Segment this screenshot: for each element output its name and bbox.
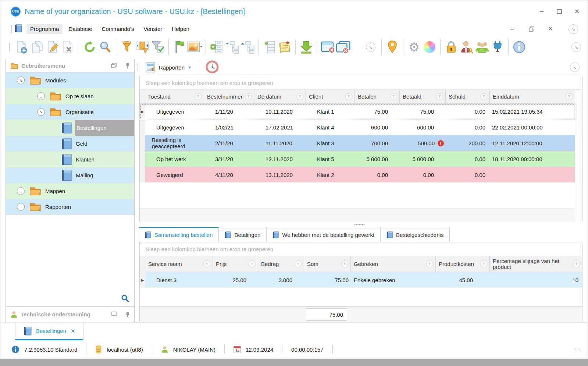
tree-node-op-te-slaan[interactable]: → Op te slaan [6, 88, 134, 104]
order-row[interactable]: ▶ Geweigerd 4/11/20 13.11.2020 Klant 2 0… [140, 167, 575, 183]
settings-gear-icon[interactable]: ⚙ [406, 39, 422, 56]
tree-node-modules[interactable]: ↘ Modules [6, 72, 134, 88]
menubar-overflow-icon[interactable]: ↘ [569, 24, 578, 34]
color-wheel-icon[interactable] [422, 39, 437, 56]
tree-node-klanten[interactable]: Klanten [6, 152, 134, 167]
order-row[interactable]: ▶ Uitgegeven 1/11/20 10.11.2020 Klant 1 … [140, 104, 575, 120]
toolbar-overflow-right-icon[interactable]: ↘ [571, 42, 581, 52]
column-filter-icon[interactable] [341, 260, 348, 267]
column-filter-icon[interactable] [195, 93, 202, 100]
mdi-tab-bestellingen[interactable]: Bestellingen ✕ [15, 323, 83, 340]
column-filter-icon[interactable] [203, 260, 210, 267]
column-header-bestelnummer[interactable]: Bestelnummer [204, 90, 254, 103]
menu-database[interactable]: Database [65, 24, 96, 34]
lock-icon[interactable] [443, 39, 459, 56]
copy-document-icon[interactable] [29, 39, 45, 56]
column-filter-icon[interactable] [245, 93, 252, 100]
collapse-tree-icon[interactable] [224, 39, 240, 56]
add-row-icon[interactable] [261, 39, 277, 56]
plugin-icon[interactable] [490, 39, 505, 56]
user-group-icon[interactable] [474, 39, 490, 56]
pin-icon[interactable] [125, 312, 130, 317]
tab-samenstelling-bestellen[interactable]: Samenstelling bestellen [139, 227, 219, 242]
expand-node-icon[interactable]: → [17, 203, 25, 211]
horizontal-splitter[interactable]: ••••••• [137, 222, 582, 227]
services-group-panel[interactable]: Sleep een kolomkop hierheen om erop te g… [140, 242, 582, 256]
column-filter-icon[interactable] [426, 260, 433, 267]
report-bar-overflow-icon[interactable]: ↘ [570, 63, 580, 72]
column-filter-icon[interactable] [295, 260, 302, 267]
filter-confirm-icon[interactable] [150, 39, 165, 56]
collapse-node-icon[interactable]: ↘ [37, 108, 45, 116]
restore-panel-icon[interactable] [111, 63, 117, 68]
column-header-prijs[interactable]: Prijs [213, 256, 258, 272]
column-header-productkosten[interactable]: Productkosten [436, 256, 490, 272]
tree-node-mappen[interactable]: → Mappen [6, 183, 134, 199]
column-header-service-naam[interactable]: Service naam [145, 256, 213, 272]
column-header-betaald[interactable]: Betaald [400, 90, 446, 103]
expand-node-icon[interactable]: → [37, 92, 45, 100]
column-header-betalen[interactable]: Betalen [355, 90, 400, 103]
column-filter-icon[interactable] [573, 260, 580, 267]
column-filter-icon[interactable] [436, 93, 443, 100]
edit-document-icon[interactable] [45, 39, 60, 56]
menu-commandos[interactable]: Commando's [98, 24, 138, 34]
minimize-icon[interactable]: – [538, 7, 546, 15]
rapporten-button[interactable]: Rapporten ▼ [142, 60, 195, 74]
minimize-panel-icon[interactable] [111, 312, 117, 316]
mdi-minimize-icon[interactable]: – [508, 25, 516, 33]
column-header-gebreken[interactable]: Gebreken [351, 256, 436, 272]
user-key-icon[interactable] [459, 39, 474, 56]
support-panel-header[interactable]: Technische ondersteuning [6, 306, 134, 322]
refresh-icon[interactable] [82, 39, 97, 56]
tab-betalingen[interactable]: Betalingen [219, 227, 267, 242]
tree-node-organisatie[interactable]: ↘ Organisatie [6, 104, 134, 120]
tree-node-bestellingen-selected[interactable]: Bestellingen [6, 120, 134, 136]
info-icon[interactable] [512, 39, 527, 56]
column-filter-icon[interactable] [390, 93, 397, 100]
toolbar-grip[interactable] [9, 43, 11, 51]
tab-close-icon[interactable]: ✕ [71, 328, 75, 334]
column-header-som[interactable]: Som [304, 256, 351, 272]
expand-node-icon[interactable]: → [17, 187, 25, 195]
delete-document-icon[interactable] [60, 39, 76, 56]
search-icon[interactable] [97, 39, 113, 56]
notes-icon[interactable] [277, 39, 292, 56]
add-group-icon[interactable] [209, 39, 224, 56]
mdi-close-icon[interactable]: ✕ [546, 25, 555, 33]
tab-we-hebben-met-de-bestelling-gewerkt[interactable]: We hebben met de bestelling gewerkt [267, 227, 381, 242]
menu-venster[interactable]: Venster [140, 24, 166, 34]
flag-icon[interactable] [172, 39, 187, 56]
column-header-bedrag[interactable]: Bedrag [258, 256, 304, 272]
column-header-toestand[interactable]: Toestand [145, 90, 204, 103]
close-window-icon[interactable] [320, 39, 336, 56]
service-row[interactable]: ▶ Dienst 3 25.00 3.000 75.00 Enkele gebr… [140, 272, 582, 288]
tab-bestelgeschiedenis[interactable]: Bestelgeschiedenis [381, 227, 450, 242]
filter-columns-icon[interactable] [135, 39, 150, 56]
collapse-node-icon[interactable]: ↘ [17, 77, 25, 84]
order-row[interactable]: ▶ Uitgegeven 1/02/21 17.02.2021 Klant 4 … [140, 120, 575, 135]
toolbar-grip[interactable] [138, 63, 139, 71]
vertical-scrollbar[interactable] [575, 90, 582, 222]
column-filter-icon[interactable] [566, 93, 573, 100]
column-filter-icon[interactable] [480, 260, 487, 267]
location-pin-icon[interactable] [385, 39, 400, 56]
resize-grip[interactable]: ⋮⋱ [573, 347, 582, 352]
tree-search-icon[interactable] [121, 294, 129, 303]
close-icon[interactable]: ✕ [573, 7, 581, 15]
pin-icon[interactable] [125, 63, 130, 68]
column-filter-icon[interactable] [249, 260, 256, 267]
order-row[interactable]: ▶ Op het werk 3/11/20 12.11.2020 Klant 5… [140, 151, 575, 167]
column-header-client[interactable]: Cliënt [306, 90, 355, 103]
column-filter-icon[interactable] [480, 93, 487, 100]
clock-icon[interactable] [205, 60, 219, 75]
menu-programma[interactable]: Programma [26, 24, 63, 34]
filter-icon[interactable] [119, 39, 135, 56]
tree-node-geld[interactable]: Geld [6, 136, 134, 152]
column-filter-icon[interactable] [296, 93, 303, 100]
order-row[interactable]: ▶ Bestelling is geaccepteerd 2/11/20 11.… [140, 135, 575, 151]
new-document-icon[interactable] [14, 39, 29, 56]
orders-group-panel[interactable]: Sleep een kolomkop hierheen om erop te g… [140, 76, 582, 90]
tree-node-rapporten[interactable]: → Rapporten [6, 199, 134, 215]
column-filter-icon[interactable] [345, 93, 352, 100]
